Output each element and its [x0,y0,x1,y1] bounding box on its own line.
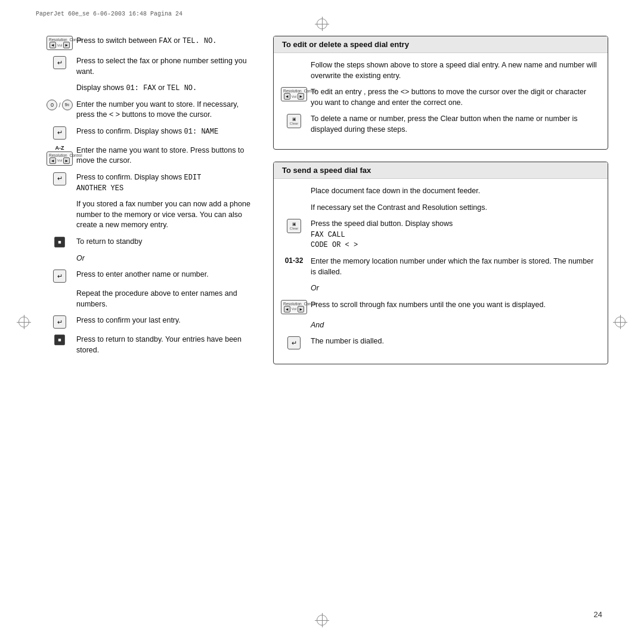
left-text-1: Press to switch between FAX or TEL. NO. [76,36,256,47]
send-fax-section: To send a speed dial fax Place document … [273,162,608,364]
left-row-7: ↵ Press to confirm. Display shows EDITAN… [48,172,256,194]
left-row-12: Repeat the procedure above to enter name… [48,289,256,309]
reg-mark-left [17,315,31,329]
stop-button-icon-2: ■ [48,335,72,345]
numpad-icon: 0 / 9≡ [48,100,72,110]
left-row-11: ↵ Press to enter another name or number. [48,270,256,283]
fax-text-4: Enter the memory location number under w… [311,256,599,277]
az-nav-icon: A-Z ResolutionControl ◄ Vol ► [48,145,72,166]
left-row-4: 0 / 9≡ Enter the number you want to stor… [48,100,256,120]
edit-text-2: To edit an entry , press the <> buttons … [311,87,599,108]
clear-button-icon-1: ▣ Clear [282,114,306,128]
fax-text-7: And [311,320,599,331]
page: PaperJet 60e_se 6-06-2003 16:48 Pagina 2… [0,0,644,644]
left-text-6: Enter the name you want to store. Press … [76,145,256,166]
fax-row-5: Or [282,283,599,294]
fax-text-1: Place document face down in the document… [311,186,599,197]
left-row-3: Display shows 01: FAX or TEL NO. [48,83,256,94]
left-text-13: Press to confirm your last entry. [76,315,256,326]
fax-text-5: Or [311,283,599,294]
edit-row-1: Follow the steps shown above to store a … [282,60,599,81]
left-row-5: ↵ Press to confirm. Display shows 01: NA… [48,126,256,140]
clear-button-icon-2: ▣ Clear [282,219,306,233]
left-text-8: If you stored a fax number you can now a… [76,199,256,231]
header-meta: PaperJet 60e_se 6-06-2003 16:48 Pagina 2… [36,11,182,17]
left-text-5: Press to confirm. Display shows 01: NAME [76,126,256,137]
edit-row-2: ResolutionControl ◄ Vol ► To edit an ent… [282,87,599,108]
fax-row-6: ResolutionControl ◄ Vol ► Press to scrol… [282,300,599,314]
edit-delete-section: To edit or delete a speed dial entry Fol… [273,36,608,150]
reg-mark-top [315,17,329,31]
send-fax-body: Place document face down in the document… [274,179,608,364]
right-column: To edit or delete a speed dial entry Fol… [273,36,608,608]
edit-text-3: To delete a name or number, press the Cl… [311,114,599,135]
confirm-button-icon-3: ↵ [48,172,72,185]
reg-mark-right [613,315,627,329]
left-row-6: A-Z ResolutionControl ◄ Vol ► Enter the … [48,145,256,166]
left-text-2: Press to select the fax or phone number … [76,56,256,77]
nav-button-icon-1: ResolutionControl ◄ Vol ► [48,36,72,50]
edit-text-1: Follow the steps shown above to store a … [311,60,599,81]
edit-delete-title: To edit or delete a speed dial entry [274,36,608,53]
send-fax-title: To send a speed dial fax [274,162,608,179]
reg-mark-bottom [315,613,329,627]
fax-text-6: Press to scroll through fax numbers unti… [311,300,599,311]
left-row-1: ResolutionControl ◄ Vol ► Press to switc… [48,36,256,50]
left-row-2: ↵ Press to select the fax or phone numbe… [48,56,256,77]
page-number: 24 [594,610,602,619]
left-text-10: Or [76,253,256,264]
left-text-12: Repeat the procedure above to enter name… [76,289,256,309]
fax-row-7: And [282,320,599,331]
left-row-8: If you stored a fax number you can now a… [48,199,256,231]
fax-text-8: The number is dialled. [311,336,599,347]
edit-row-3: ▣ Clear To delete a name or number, pres… [282,114,599,135]
fax-row-8: ↵ The number is dialled. [282,336,599,349]
fax-text-3: Press the speed dial button. Display sho… [311,219,599,250]
main-layout: ResolutionControl ◄ Vol ► Press to switc… [48,36,608,608]
fax-row-3: ▣ Clear Press the speed dial button. Dis… [282,219,599,250]
fax-row-1: Place document face down in the document… [282,186,599,197]
fax-row-4: 01-32 Enter the memory location number u… [282,256,599,277]
fax-row-2: If necessary set the Contrast and Resolu… [282,203,599,213]
left-text-9: To return to standby [76,237,256,247]
edit-delete-body: Follow the steps shown above to store a … [274,53,608,149]
confirm-button-icon-2: ↵ [48,126,72,140]
confirm-button-icon-4: ↵ [48,270,72,283]
left-row-10: Or [48,253,256,264]
left-row-13: ↵ Press to confirm your last entry. [48,315,256,329]
left-text-14: Press to return to standby. Your entries… [76,335,256,355]
nav-button-icon-fax: ResolutionControl ◄ Vol ► [282,300,306,314]
left-row-14: ■ Press to return to standby. Your entri… [48,335,256,355]
left-text-11: Press to enter another name or number. [76,270,256,280]
left-text-4: Enter the number you want to store. If n… [76,100,256,120]
confirm-button-icon-fax: ↵ [282,336,306,349]
left-text-7: Press to confirm. Display shows EDITANOT… [76,172,256,194]
confirm-button-icon-1: ↵ [48,56,72,69]
stop-button-icon-1: ■ [48,237,72,247]
left-column: ResolutionControl ◄ Vol ► Press to switc… [48,36,256,608]
number-label-icon: 01-32 [282,256,306,265]
confirm-button-icon-5: ↵ [48,315,72,329]
left-text-3: Display shows 01: FAX or TEL NO. [76,83,256,94]
nav-button-icon-edit: ResolutionControl ◄ Vol ► [282,87,306,101]
fax-text-2: If necessary set the Contrast and Resolu… [311,203,599,213]
left-row-9: ■ To return to standby [48,237,256,247]
